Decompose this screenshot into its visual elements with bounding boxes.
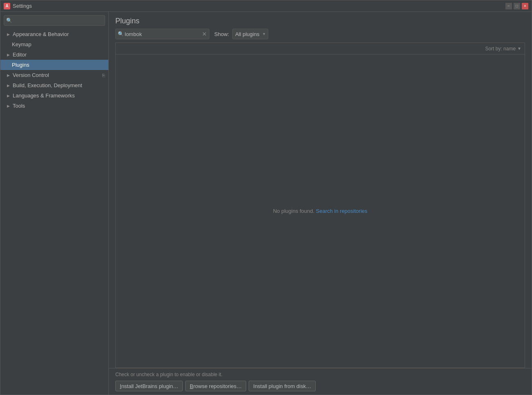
title-bar-text: Settings (13, 3, 505, 9)
plugin-search-wrapper: 🔍 ✕ (115, 29, 209, 39)
sidebar-item-appearance-label: Appearance & Behavior (13, 31, 69, 37)
no-plugins-text: No plugins found. (273, 208, 314, 214)
browse-repositories-button[interactable]: Browse repositories… (185, 381, 246, 391)
show-label: Show: (214, 31, 229, 37)
sidebar-search-wrapper: 🔍 (4, 15, 105, 26)
sidebar-item-keymap[interactable]: Keymap (0, 39, 108, 50)
sidebar-item-build-label: Build, Execution, Deployment (13, 82, 82, 88)
sidebar-item-version-control-label: Version Control (13, 72, 49, 78)
sidebar-item-editor-label: Editor (13, 52, 27, 58)
sidebar-item-appearance[interactable]: ▶ Appearance & Behavior (0, 29, 108, 39)
plugins-list-area: Sort by: name ▼ No plugins found. Search… (115, 43, 525, 368)
browse-repos-label: Browse repositories… (190, 383, 242, 389)
sidebar: 🔍 ▶ Appearance & Behavior Keymap ▶ Edito… (0, 12, 109, 395)
sort-label: Sort by: name (485, 46, 516, 52)
sidebar-search-area: 🔍 (0, 12, 108, 29)
sidebar-item-plugins-label: Plugins (12, 62, 29, 68)
sidebar-item-languages[interactable]: ▶ Languages & Frameworks (0, 90, 108, 101)
no-plugins-message: No plugins found. Search in repositories (273, 208, 368, 214)
arrow-icon-build: ▶ (5, 83, 11, 88)
close-button[interactable]: × (522, 3, 528, 9)
install-disk-label: Install plugin from disk… (253, 383, 311, 389)
plugins-footer: Check or uncheck a plugin to enable or d… (109, 368, 532, 395)
show-select-wrapper: All plugins Enabled Disabled Bundled Cus… (232, 29, 268, 39)
plugin-search-icon: 🔍 (118, 31, 124, 37)
sidebar-item-version-control[interactable]: ▶ Version Control ⎘ (0, 70, 108, 80)
install-jetbrains-label: Install JetBrains plugin… (120, 383, 178, 389)
show-select[interactable]: All plugins Enabled Disabled Bundled Cus… (232, 29, 268, 39)
plugins-toolbar: 🔍 ✕ Show: All plugins Enabled Disabled B… (109, 29, 532, 43)
minimize-button[interactable]: − (505, 3, 512, 9)
install-from-disk-button[interactable]: Install plugin from disk… (249, 381, 316, 391)
arrow-icon-tools: ▶ (5, 103, 11, 109)
sidebar-item-build[interactable]: ▶ Build, Execution, Deployment (0, 80, 108, 90)
plugin-search-input[interactable] (115, 29, 209, 39)
sort-bar: Sort by: name ▼ (116, 43, 525, 54)
main-content: Plugins 🔍 ✕ Show: All plugins Enabled Di… (109, 12, 532, 395)
sidebar-search-icon: 🔍 (6, 18, 12, 23)
sidebar-item-editor[interactable]: ▶ Editor (0, 50, 108, 60)
arrow-icon-lang: ▶ (5, 93, 11, 99)
maximize-button[interactable]: □ (514, 3, 520, 9)
sidebar-item-tools[interactable]: ▶ Tools (0, 101, 108, 111)
arrow-icon: ▶ (5, 32, 11, 37)
sidebar-item-languages-label: Languages & Frameworks (13, 93, 75, 99)
sidebar-nav: ▶ Appearance & Behavior Keymap ▶ Editor … (0, 29, 108, 395)
footer-note: Check or uncheck a plugin to enable or d… (115, 372, 525, 377)
sidebar-search-input[interactable] (4, 15, 105, 26)
install-jetbrains-button[interactable]: Install JetBrains plugin… (115, 381, 183, 391)
page-title: Plugins (109, 12, 532, 29)
arrow-icon-vc: ▶ (5, 72, 11, 78)
content-area: 🔍 ▶ Appearance & Behavior Keymap ▶ Edito… (0, 12, 532, 395)
title-bar: A Settings − □ × (0, 0, 532, 12)
footer-buttons: Install JetBrains plugin… Browse reposit… (115, 381, 525, 391)
plugins-list-content: No plugins found. Search in repositories (116, 54, 525, 368)
settings-window: A Settings − □ × 🔍 ▶ Appearance & Behavi… (0, 0, 532, 395)
sidebar-item-keymap-label: Keymap (12, 41, 31, 47)
sidebar-item-tools-label: Tools (13, 103, 25, 109)
plugin-search-clear-icon[interactable]: ✕ (202, 31, 207, 37)
copy-icon: ⎘ (102, 73, 105, 78)
sort-arrow-icon: ▼ (517, 46, 521, 51)
arrow-icon-editor: ▶ (5, 52, 11, 58)
title-bar-controls: − □ × (505, 3, 528, 9)
sidebar-item-plugins[interactable]: Plugins (0, 60, 108, 70)
search-in-repositories-link[interactable]: Search in repositories (316, 208, 368, 214)
app-icon: A (4, 3, 10, 9)
